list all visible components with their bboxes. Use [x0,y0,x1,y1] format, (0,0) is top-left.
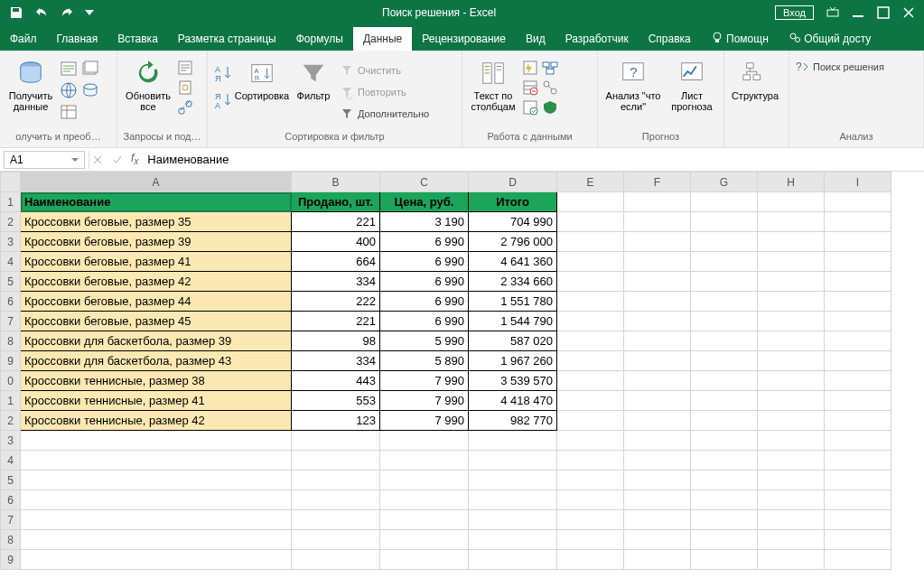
cell[interactable]: 123 [292,411,380,431]
cell[interactable] [469,451,557,471]
cell[interactable]: Кроссовки теннисные, размер 42 [21,411,292,431]
cell[interactable] [557,331,624,351]
cell[interactable]: Кроссовки теннисные, размер 38 [21,371,292,391]
tab-developer[interactable]: Разработчик [555,27,639,51]
cell[interactable] [624,351,691,371]
row-header[interactable]: 1 [1,391,21,411]
cell[interactable] [758,451,825,471]
cell[interactable] [691,212,758,232]
existing-conn-icon[interactable] [81,81,99,99]
cell[interactable] [624,272,691,292]
cell[interactable] [691,232,758,252]
cell[interactable] [624,252,691,272]
data-model-icon[interactable] [542,99,558,116]
cell[interactable] [825,471,891,490]
cancel-formula-icon[interactable] [93,155,102,164]
grid-row[interactable]: 6Кроссовки беговые, размер 442226 9901 5… [1,292,891,312]
grid-row[interactable]: 5 [1,471,891,490]
grid-row[interactable]: 4Кроссовки беговые, размер 416646 9904 6… [1,252,891,272]
cell[interactable]: 5 890 [380,351,469,371]
cell[interactable] [825,550,891,570]
cell[interactable] [469,550,557,570]
cell[interactable]: 3 539 570 [469,371,557,391]
col-header[interactable]: E [557,172,624,192]
recent-sources-icon[interactable] [81,60,99,78]
select-all-corner[interactable] [1,172,21,192]
col-header[interactable]: G [691,172,758,192]
cell[interactable]: 221 [292,212,380,232]
cell[interactable]: 553 [292,391,380,411]
cell[interactable]: 3 190 [380,212,469,232]
cell[interactable] [292,471,380,490]
cell[interactable] [691,312,758,331]
cell[interactable] [380,550,469,570]
cell[interactable]: Кроссовки беговые, размер 41 [21,252,292,272]
undo-icon[interactable] [34,5,49,20]
formula-input[interactable] [144,153,924,166]
spreadsheet-grid[interactable]: A B C D E F G H I 1НаименованиеПродано, … [0,172,924,587]
cell[interactable] [624,292,691,312]
cell[interactable] [557,212,624,232]
clear-filter-button[interactable]: Очистить [340,61,429,79]
cell[interactable]: 1 544 790 [469,312,557,331]
cell[interactable] [691,192,758,212]
cell[interactable] [380,510,469,530]
cell[interactable] [624,490,691,510]
grid-row[interactable]: 7 [1,510,891,530]
filter-button[interactable]: Фильтр [291,54,336,101]
cell[interactable] [825,490,891,510]
grid-row[interactable]: 6 [1,490,891,510]
cell[interactable] [557,530,624,550]
sort-asc-icon[interactable]: AЯ [213,63,233,83]
cell[interactable] [380,530,469,550]
cell[interactable] [624,232,691,252]
structure-button[interactable]: Структура [730,54,780,101]
cell[interactable] [691,272,758,292]
cell[interactable]: 1 551 780 [469,292,557,312]
cell[interactable]: 6 990 [380,232,469,252]
cell[interactable] [380,431,469,451]
cell[interactable] [691,471,758,490]
cell[interactable]: 400 [292,232,380,252]
cell[interactable] [557,451,624,471]
row-header[interactable]: 2 [1,212,21,232]
grid-row[interactable]: 9 [1,550,891,570]
cell[interactable]: Кроссовки для баскетбола, размер 43 [21,351,292,371]
cell[interactable] [758,371,825,391]
cell[interactable] [758,351,825,371]
cell[interactable] [557,292,624,312]
tab-view[interactable]: Вид [516,27,555,51]
grid-row[interactable]: 3Кроссовки беговые, размер 394006 9902 7… [1,232,891,252]
cell[interactable] [624,391,691,411]
forecast-sheet-button[interactable]: Лист прогноза [667,54,717,112]
cell[interactable] [380,451,469,471]
cell[interactable] [557,272,624,292]
cell[interactable]: 7 990 [380,371,469,391]
cell[interactable] [469,510,557,530]
cell[interactable] [624,411,691,431]
cell[interactable] [691,391,758,411]
grid-row[interactable]: 5Кроссовки беговые, размер 423346 9902 3… [1,272,891,292]
cell[interactable] [825,192,891,212]
cell[interactable] [825,232,891,252]
cell[interactable] [691,550,758,570]
cell[interactable] [691,351,758,371]
cell[interactable] [758,550,825,570]
cell[interactable] [691,451,758,471]
row-header[interactable]: 3 [1,232,21,252]
grid-row[interactable]: 2Кроссовки теннисные, размер 421237 9909… [1,411,891,431]
from-text-icon[interactable] [60,60,78,78]
cell[interactable]: Кроссовки беговые, размер 45 [21,312,292,331]
col-header[interactable]: C [380,172,469,192]
cell[interactable] [758,272,825,292]
cell[interactable] [758,530,825,550]
grid-row[interactable]: 1НаименованиеПродано, шт.Цена, руб.Итого [1,192,891,212]
cell[interactable] [292,550,380,570]
cell[interactable] [380,471,469,490]
row-header[interactable]: 3 [1,431,21,451]
tab-review[interactable]: Рецензирование [412,27,516,51]
cell[interactable]: Кроссовки беговые, размер 35 [21,212,292,232]
cell[interactable] [758,312,825,331]
cell[interactable] [825,510,891,530]
cell[interactable] [758,212,825,232]
